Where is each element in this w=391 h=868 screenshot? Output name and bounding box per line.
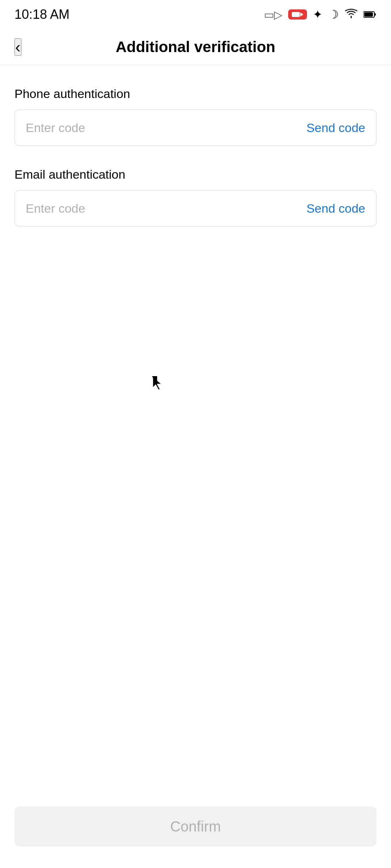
bluetooth-icon: ✦ [313,8,323,21]
email-code-input-container: Send code [14,190,377,226]
email-auth-section: Email authentication Send code [14,167,377,226]
email-send-code-button[interactable]: Send code [306,201,365,216]
svg-rect-0 [292,12,300,17]
record-icon [288,9,307,20]
email-auth-label: Email authentication [14,167,377,182]
moon-icon: ☽ [328,8,339,21]
page-title: Additional verification [115,38,275,56]
page-header: ‹ Additional verification [0,29,391,65]
phone-code-input[interactable] [26,121,299,135]
svg-marker-1 [300,12,303,17]
svg-rect-4 [364,12,373,17]
email-code-input[interactable] [26,201,299,216]
battery-icon [363,8,377,21]
phone-code-input-container: Send code [14,110,377,146]
back-button[interactable]: ‹ [14,38,21,56]
phone-auth-section: Phone authentication Send code [14,87,377,146]
camera-video-icon: ▭▷ [264,8,282,21]
wifi-icon [345,8,358,21]
confirm-button[interactable]: Confirm [14,807,377,846]
confirm-area: Confirm [0,796,391,868]
status-bar: 10:18 AM ▭▷ ✦ ☽ [0,0,391,29]
svg-rect-3 [374,13,376,16]
status-time: 10:18 AM [14,7,70,22]
status-icons: ▭▷ ✦ ☽ [264,8,377,21]
main-content: Phone authentication Send code Email aut… [0,65,391,226]
phone-auth-label: Phone authentication [14,87,377,101]
phone-send-code-button[interactable]: Send code [306,121,365,135]
